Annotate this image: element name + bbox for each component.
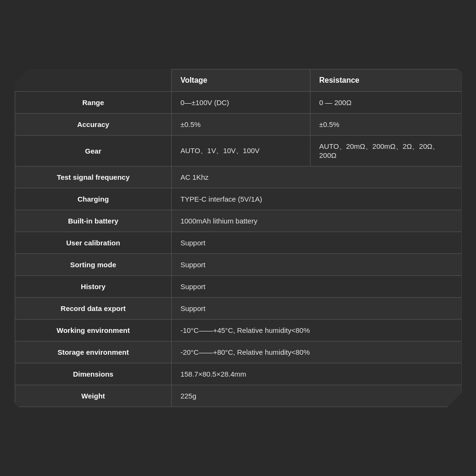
table-row: Dimensions158.7×80.5×28.4mm: [15, 363, 461, 385]
row-resistance: AUTO、20mΩ、200mΩ、2Ω、20Ω、200Ω: [311, 136, 461, 166]
row-label: Built-in battery: [15, 210, 172, 232]
row-label: User calibration: [15, 232, 172, 254]
table-row: Sorting modeSupport: [15, 254, 461, 276]
header-empty: [15, 69, 172, 92]
table-row: ChargingTYPE-C interface (5V/1A): [15, 188, 461, 210]
row-label: Charging: [15, 188, 172, 210]
row-label: Range: [15, 92, 172, 114]
table-row: Record data exportSupport: [15, 298, 461, 320]
row-value: Support: [172, 254, 461, 276]
table-row: Working environment-10°C——+45°C, Relativ…: [15, 320, 461, 341]
table-row: Built-in battery1000mAh lithium battery: [15, 210, 461, 232]
row-label: History: [15, 276, 172, 298]
row-value: TYPE-C interface (5V/1A): [172, 188, 461, 210]
row-label: Gear: [15, 136, 172, 166]
row-value: 225g: [172, 385, 461, 407]
table-row: User calibrationSupport: [15, 232, 461, 254]
row-label: Weight: [15, 385, 172, 407]
row-label: Sorting mode: [15, 254, 172, 276]
row-label: Storage environment: [15, 341, 172, 363]
row-label: Test signal frequency: [15, 166, 172, 188]
row-value: -10°C——+45°C, Relative humidity<80%: [172, 320, 461, 341]
row-label: Working environment: [15, 320, 172, 341]
header-voltage: Voltage: [172, 69, 311, 92]
header-resistance: Resistance: [311, 69, 461, 92]
row-label: Accuracy: [15, 114, 172, 136]
row-value: Support: [172, 232, 461, 254]
spec-table-container: Voltage Resistance Range0—±100V (DC)0 — …: [15, 69, 462, 407]
row-value: Support: [172, 276, 461, 298]
row-resistance: ±0.5%: [311, 114, 461, 136]
table-row: Storage environment-20°C——+80°C, Relativ…: [15, 341, 461, 363]
row-voltage: 0—±100V (DC): [172, 92, 311, 114]
row-label: Record data export: [15, 298, 172, 320]
row-resistance: 0 — 200Ω: [311, 92, 461, 114]
table-row: Range0—±100V (DC)0 — 200Ω: [15, 92, 461, 114]
table-row: GearAUTO、1V、10V、100VAUTO、20mΩ、200mΩ、2Ω、2…: [15, 136, 461, 166]
table-row: Weight225g: [15, 385, 461, 407]
row-value: -20°C——+80°C, Relative humidity<80%: [172, 341, 461, 363]
row-value: Support: [172, 298, 461, 320]
table-row: Accuracy±0.5%±0.5%: [15, 114, 461, 136]
row-label: Dimensions: [15, 363, 172, 385]
row-value: AC 1Khz: [172, 166, 461, 188]
row-voltage: ±0.5%: [172, 114, 311, 136]
table-row: Test signal frequencyAC 1Khz: [15, 166, 461, 188]
table-row: HistorySupport: [15, 276, 461, 298]
row-value: 158.7×80.5×28.4mm: [172, 363, 461, 385]
row-voltage: AUTO、1V、10V、100V: [172, 136, 311, 166]
row-value: 1000mAh lithium battery: [172, 210, 461, 232]
spec-table: Voltage Resistance Range0—±100V (DC)0 — …: [15, 69, 462, 407]
